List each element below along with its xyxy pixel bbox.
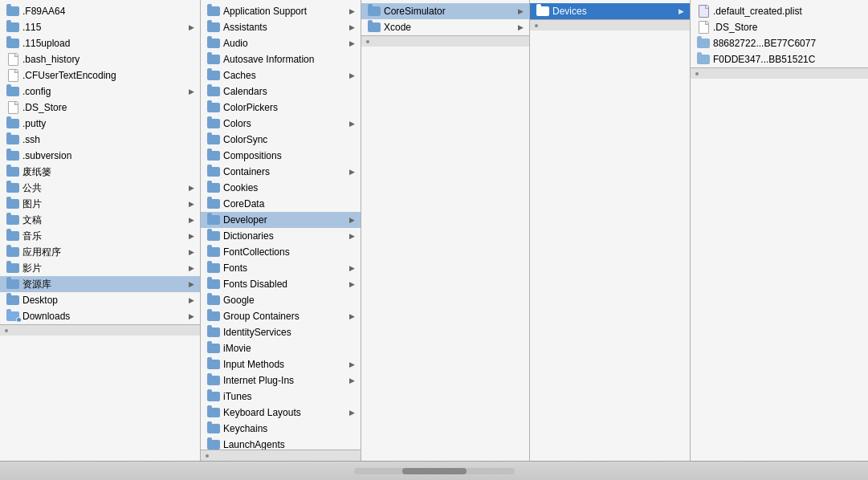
folder-icon [207,149,220,162]
list-item[interactable]: 废纸篓 [0,164,200,180]
list-item[interactable]: .default_created.plist [691,3,868,19]
list-item[interactable]: 公共▶ [0,180,200,196]
item-label: .CFUserTextEncoding [22,70,195,81]
folder-icon [536,5,549,18]
list-item[interactable]: .ssh [0,132,200,148]
list-item[interactable]: F0DDE347...BB51521C [691,51,868,67]
list-item[interactable]: .DS_Store [691,19,868,35]
list-item[interactable]: .115upload [0,35,200,51]
list-item[interactable]: .F89AA64 [0,3,200,19]
list-item[interactable]: ↓Downloads▶ [0,308,200,324]
list-item[interactable]: FontCollections [201,244,361,260]
item-label: 影片 [22,262,189,275]
list-item[interactable]: .config▶ [0,83,200,100]
list-item[interactable]: 应用程序▶ [0,244,200,260]
list-item[interactable]: 影片▶ [0,260,200,276]
column-bottom-indicator [691,67,868,79]
disclosure-arrow-icon: ▶ [349,168,356,176]
folder-icon [207,197,220,210]
item-label: .ssh [22,134,195,145]
list-item[interactable]: Internet Plug-Ins▶ [201,372,361,388]
list-item[interactable]: Assistants▶ [201,19,361,35]
folder-icon [207,294,220,307]
list-item[interactable]: Google [201,292,361,308]
list-item[interactable]: Developer▶ [201,212,361,228]
disclosure-arrow-icon: ▶ [349,232,356,240]
list-item[interactable]: Autosave Information [201,51,361,67]
item-label: Group Containers [223,311,349,322]
list-item[interactable]: Application Support▶ [201,3,361,19]
list-item[interactable]: .DS_Store [0,100,200,116]
resize-indicator [535,24,538,27]
item-label: Dictionaries [223,230,349,242]
list-item[interactable]: iMovie [201,340,361,356]
list-item[interactable]: Fonts Disabled▶ [201,276,361,292]
list-item[interactable]: 资源库▶ [0,276,200,292]
folder-icon [207,181,220,194]
list-item[interactable]: Keychains [201,421,361,437]
list-item[interactable]: ColorPickers [201,100,361,116]
scrollbar-track[interactable] [354,468,515,474]
resize-indicator [695,72,699,75]
item-label: Audio [223,38,349,49]
list-item[interactable]: Xcode▶ [361,19,529,35]
folder-icon [6,214,19,226]
item-label: LaunchAgents [223,439,356,450]
list-item[interactable]: 音乐▶ [0,228,200,244]
item-label: Input Methods [223,359,349,370]
folder-icon [207,342,220,355]
item-label: .config [22,86,189,97]
item-label: 文稿 [22,214,189,227]
item-label: 88682722...BE77C6077 [713,38,863,49]
list-item[interactable]: iTunes [201,388,361,405]
list-item[interactable]: .bash_history [0,51,200,67]
disclosure-arrow-icon: ▶ [349,376,356,384]
folder-icon [207,133,220,146]
list-item[interactable]: Compositions [201,148,361,164]
list-item[interactable]: 文稿▶ [0,212,200,228]
folder-icon [6,85,19,98]
list-item[interactable]: Calendars [201,83,361,100]
list-item[interactable]: CoreData [201,196,361,212]
list-item[interactable]: Dictionaries▶ [201,228,361,244]
list-item[interactable]: .putty [0,116,200,132]
list-item[interactable]: .CFUserTextEncoding [0,67,200,83]
item-label: Xcode [384,22,518,33]
list-item[interactable]: Colors▶ [201,116,361,132]
list-item[interactable]: Containers▶ [201,164,361,180]
list-item[interactable]: Cookies [201,180,361,196]
list-item[interactable]: Caches▶ [201,67,361,83]
list-item[interactable]: .115▶ [0,19,200,35]
item-label: .bash_history [22,54,195,65]
disclosure-arrow-icon: ▶ [349,409,356,417]
list-item[interactable]: Group Containers▶ [201,308,361,324]
disclosure-arrow-icon: ▶ [349,216,356,224]
list-item[interactable]: ColorSync [201,132,361,148]
item-label: .115 [22,22,189,33]
folder-icon [207,358,220,371]
folder-icon: ↓ [6,310,19,323]
list-item[interactable]: Desktop▶ [0,292,200,308]
list-item[interactable]: Fonts▶ [201,260,361,276]
disclosure-arrow-icon: ▶ [189,23,195,31]
list-item[interactable]: .subversion [0,148,200,164]
folder-icon [6,278,19,291]
folder-icon [207,406,220,419]
list-item[interactable]: IdentityServices [201,324,361,340]
list-item[interactable]: Input Methods▶ [201,356,361,372]
folder-icon [207,69,220,82]
list-item[interactable]: 图片▶ [0,196,200,212]
folder-icon [6,165,19,178]
list-item[interactable]: Audio▶ [201,35,361,51]
disclosure-arrow-icon: ▶ [349,264,356,272]
folder-icon [207,53,220,66]
disclosure-arrow-icon: ▶ [518,23,524,31]
list-item-selected[interactable]: Devices▶ [530,3,690,19]
disclosure-arrow-icon: ▶ [189,312,195,320]
list-item[interactable]: 88682722...BE77C6077 [691,35,868,51]
file-icon [6,53,19,66]
item-label: .subversion [22,150,195,161]
list-item[interactable]: CoreSimulator▶ [361,3,529,19]
resize-indicator [366,40,369,43]
list-item[interactable]: Keyboard Layouts▶ [201,405,361,421]
